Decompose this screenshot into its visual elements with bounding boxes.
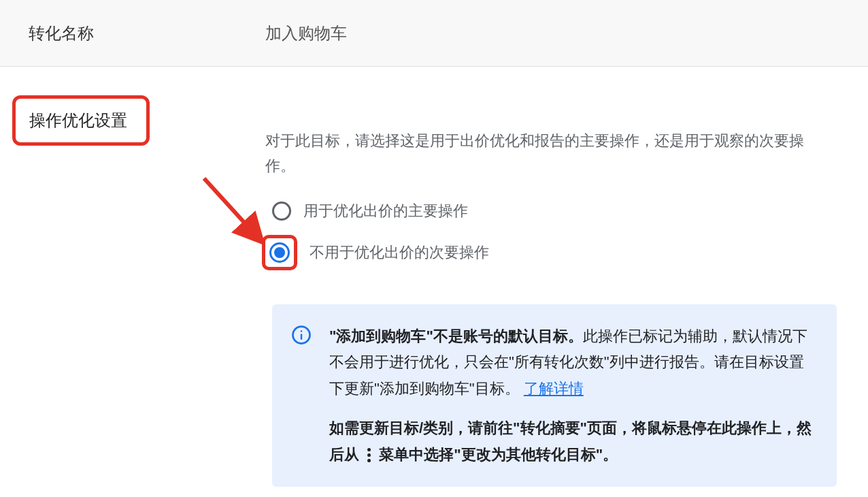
radio-selected-highlight [262, 235, 297, 270]
radio-selected-icon [269, 242, 290, 263]
section-left-col: 操作优化设置 [0, 95, 265, 487]
radio-secondary-label: 不用于优化出价的次要操作 [310, 242, 489, 263]
info-p1-bold: "添加到购物车"不是账号的默认目标。 [329, 327, 583, 344]
section-title: 操作优化设置 [29, 111, 127, 129]
section-right-col: 对于此目标，请选择这是用于出价优化和报告的主要操作，还是用于观察的次要操作。 用… [265, 95, 868, 487]
info-p2-b: 菜单中选择"更改为其他转化目标"。 [375, 446, 618, 463]
radio-option-primary[interactable]: 用于优化出价的主要操作 [265, 201, 841, 221]
kebab-menu-icon [367, 448, 371, 462]
radio-primary-label: 用于优化出价的主要操作 [303, 201, 468, 221]
section-gap [0, 67, 868, 87]
learn-more-link[interactable]: 了解详情 [524, 380, 584, 397]
info-paragraph-2: 如需更新目标/类别，请前往"转化摘要"页面，将鼠标悬停在此操作上，然后从 菜单中… [329, 415, 812, 468]
radio-unselected-icon [272, 202, 291, 221]
info-callout: "添加到购物车"不是账号的默认目标。此操作已标记为辅助，默认情况下不会用于进行优… [272, 304, 837, 487]
info-icon [291, 325, 312, 468]
info-content: "添加到购物车"不是账号的默认目标。此操作已标记为辅助，默认情况下不会用于进行优… [329, 323, 812, 468]
page-root: 转化名称 加入购物车 操作优化设置 对于此目标，请选择这是用于出价优化和报告的主… [0, 0, 868, 497]
action-optimization-radio-group: 用于优化出价的主要操作 不用于优化出价的次要操作 [265, 201, 841, 270]
radio-option-secondary[interactable]: 不用于优化出价的次要操作 [265, 235, 841, 270]
radio-selected-dot [274, 247, 285, 258]
svg-rect-1 [301, 334, 303, 340]
section-title-highlight: 操作优化设置 [12, 95, 150, 146]
conversion-name-value: 加入购物车 [265, 22, 347, 44]
info-paragraph-1: "添加到购物车"不是账号的默认目标。此操作已标记为辅助，默认情况下不会用于进行优… [329, 323, 812, 402]
optimization-section: 操作优化设置 对于此目标，请选择这是用于出价优化和报告的主要操作，还是用于观察的… [0, 87, 868, 487]
svg-rect-2 [301, 330, 303, 332]
conversion-name-row[interactable]: 转化名称 加入购物车 [0, 0, 868, 67]
conversion-name-label: 转化名称 [0, 22, 265, 44]
section-description: 对于此目标，请选择这是用于出价优化和报告的主要操作，还是用于观察的次要操作。 [265, 128, 823, 179]
